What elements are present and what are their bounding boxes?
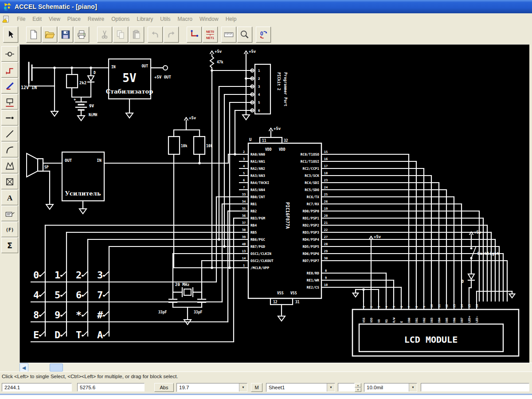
- menu-rewire[interactable]: Rewire: [84, 14, 108, 24]
- svg-text:16: 16: [324, 157, 328, 161]
- menu-library[interactable]: Library: [133, 14, 157, 24]
- place-erc-tool[interactable]: Σ: [1, 238, 18, 253]
- cut-button[interactable]: [97, 27, 112, 43]
- menu-window[interactable]: Window: [196, 14, 222, 24]
- place-text-tool[interactable]: A: [1, 190, 18, 205]
- menu-options[interactable]: Options: [108, 14, 133, 24]
- svg-text:RC6/TX: RC6/TX: [307, 195, 319, 199]
- place-wire-tool[interactable]: [1, 62, 18, 78]
- abs-rel-button[interactable]: Abs: [154, 383, 174, 392]
- titlebar[interactable]: ACCEL Schematic - [piano]: [0, 0, 532, 13]
- blank-field[interactable]: [338, 383, 355, 391]
- svg-text:7: 7: [243, 186, 245, 189]
- svg-text:+: +: [74, 97, 76, 102]
- svg-text:DB4: DB4: [438, 317, 441, 323]
- svg-text:33pF: 33pF: [158, 310, 167, 314]
- place-pin-tool[interactable]: [1, 110, 18, 125]
- svg-text:LED+: LED+: [468, 316, 471, 323]
- svg-text:47k: 47k: [217, 60, 223, 64]
- measure-button[interactable]: [221, 27, 236, 43]
- place-ref-point-tool[interactable]: [1, 174, 18, 189]
- save-icon: [60, 29, 71, 40]
- place-field-tool[interactable]: (F): [1, 222, 18, 237]
- svg-text:+5V OUT: +5V OUT: [154, 75, 172, 79]
- svg-text:D: D: [55, 329, 60, 340]
- svg-text:Стабилизатор: Стабилизатор: [106, 88, 153, 95]
- place-field-icon: (F): [4, 224, 15, 235]
- menu-view[interactable]: View: [45, 14, 64, 24]
- sheet-value[interactable]: Sheet1: [266, 383, 327, 391]
- sheet-dropdown-arrow[interactable]: ▼: [327, 383, 335, 391]
- y-coordinate-field[interactable]: 5275.6: [77, 383, 145, 391]
- undo-button[interactable]: [148, 27, 163, 43]
- place-bus-icon: [4, 81, 15, 91]
- menu-file[interactable]: File: [13, 14, 29, 24]
- spinner[interactable]: ▲▼: [355, 383, 361, 392]
- canvas-right-edge: [529, 44, 532, 363]
- document-icon[interactable]: [2, 15, 10, 23]
- menu-utils[interactable]: Utils: [156, 14, 174, 24]
- svg-text:8: 8: [33, 309, 39, 321]
- menu-macro[interactable]: Macro: [174, 14, 196, 24]
- place-polygon-tool[interactable]: [1, 158, 18, 173]
- svg-text:20: 20: [324, 214, 328, 218]
- save-button[interactable]: [58, 27, 73, 43]
- svg-text:RC2/CCP1: RC2/CCP1: [302, 167, 319, 171]
- svg-text:3: 3: [97, 270, 103, 281]
- svg-text:#: #: [97, 309, 103, 321]
- paste-icon: [131, 29, 142, 40]
- place-line-tool[interactable]: [1, 126, 18, 141]
- select-button[interactable]: [3, 27, 18, 43]
- new-button[interactable]: [26, 27, 41, 43]
- wire-mode-button[interactable]: [187, 27, 202, 43]
- svg-text:34: 34: [242, 200, 246, 203]
- grid-value[interactable]: 19.7: [177, 383, 239, 391]
- svg-text:A: A: [7, 193, 13, 202]
- svg-text:12: 12: [445, 304, 449, 308]
- svg-text:0: 0: [33, 270, 39, 281]
- menubar: FileEditViewPlaceRewireOptionsLibraryUti…: [0, 13, 532, 25]
- grid-dropdown-arrow[interactable]: ▼: [239, 383, 247, 391]
- menu-edit[interactable]: Edit: [29, 14, 45, 24]
- place-pin-icon: [4, 113, 15, 123]
- svg-text:V0: V0: [377, 319, 381, 323]
- svg-text:+5v: +5v: [189, 116, 196, 120]
- svg-text:32: 32: [284, 139, 288, 143]
- svg-text:24: 24: [324, 186, 328, 189]
- place-port-tool[interactable]: [1, 94, 18, 110]
- scroll-left-button[interactable]: ◀: [20, 363, 28, 372]
- svg-text:10k: 10k: [181, 144, 188, 148]
- place-bus-tool[interactable]: [1, 78, 18, 94]
- svg-text:VDD: VDD: [265, 148, 272, 152]
- print-button[interactable]: [74, 27, 89, 43]
- menu-help[interactable]: Help: [222, 14, 240, 24]
- zoom-window-button[interactable]: [237, 27, 252, 43]
- line-width-dropdown-arrow[interactable]: ▼: [409, 383, 417, 391]
- zoom-window-icon: [239, 29, 250, 40]
- svg-text:(F): (F): [6, 227, 14, 232]
- place-ref-point-icon: [4, 176, 15, 187]
- place-arc-tool[interactable]: [1, 142, 18, 157]
- open-button[interactable]: [42, 27, 57, 43]
- select-icon: [5, 29, 16, 40]
- net-names-button[interactable]: NET0NET1: [203, 27, 218, 43]
- line-width-value[interactable]: 10.0mil: [364, 383, 409, 391]
- status-hint: Click <Left> to single Select, <Ctrl><Le…: [2, 374, 178, 379]
- keypad: 0123456789*#EDTA: [31, 197, 239, 342]
- menu-place[interactable]: Place: [64, 14, 84, 24]
- scroll-thumb[interactable]: [50, 364, 63, 372]
- macro-button[interactable]: M: [251, 383, 262, 392]
- svg-text:R/W: R/W: [392, 317, 396, 323]
- svg-text:DB5: DB5: [445, 317, 449, 323]
- copy-button[interactable]: [113, 27, 128, 43]
- paste-button[interactable]: [129, 27, 144, 43]
- redo-button[interactable]: [164, 27, 179, 43]
- schematic-canvas[interactable]: 12V IN2k2D+9VNiMHINOUT5VСтабилизатор+5V …: [20, 44, 530, 363]
- svg-text:VDD: VDD: [370, 317, 373, 323]
- place-part-tool[interactable]: [1, 46, 18, 62]
- svg-text:1: 1: [362, 306, 366, 308]
- place-attribute-tool[interactable]: [1, 206, 18, 221]
- horizontal-scrollbar[interactable]: ◀: [20, 363, 532, 372]
- x-coordinate-field[interactable]: 2244.1: [2, 383, 72, 391]
- record-macro-button[interactable]: 0: [256, 27, 271, 43]
